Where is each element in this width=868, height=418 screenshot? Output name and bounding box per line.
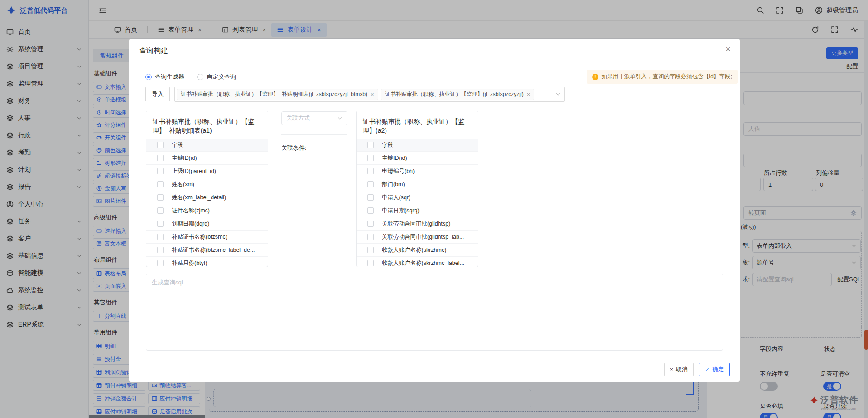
close-icon[interactable]: × xyxy=(725,44,731,53)
field-row[interactable]: 补贴月份(btyf) xyxy=(146,257,268,267)
join-condition-label: 关联条件: xyxy=(281,144,307,152)
right-field-list: 证书补贴审批（职称、执业证）【监理】(a2) 字段 主键ID(id) 申请编号(… xyxy=(356,111,478,267)
modal-title: 查询构建 xyxy=(139,46,168,56)
field-label: 补贴月份(btyf) xyxy=(172,259,207,267)
field-label: 主键ID(id) xyxy=(382,154,407,162)
field-row[interactable]: 姓名(xm_label_detail) xyxy=(146,191,268,204)
field-row[interactable]: 补贴证书名称(btzsmc) xyxy=(146,231,268,244)
field-row[interactable]: 收款人账户名称(skrzhmc_label... xyxy=(357,257,478,267)
cancel-button[interactable]: × 取消 xyxy=(664,363,694,376)
remove-tag-icon[interactable]: × xyxy=(527,91,530,97)
checkbox[interactable] xyxy=(157,181,164,187)
warning-icon: ! xyxy=(592,74,598,80)
field-row[interactable]: 字段 xyxy=(146,139,268,152)
left-table-title: 证书补贴审批（职称、执业证）【监理】_补贴明细表(a1) xyxy=(146,111,268,139)
field-label: 姓名(xm) xyxy=(172,181,194,188)
cancel-label: 取消 xyxy=(676,365,688,374)
import-button[interactable]: 导入 xyxy=(145,87,170,101)
tag-label: 证书补贴审批（职称、执业证）【监理】_补贴明细表(jl_zsbtspzczyzj… xyxy=(181,91,367,98)
modal-footer: × 取消 ✓ 确定 xyxy=(664,363,730,376)
join-type-placeholder: 关联方式 xyxy=(286,114,310,122)
field-label: 到期日期(dqrq) xyxy=(172,220,209,228)
radio-icon xyxy=(145,74,152,80)
checkbox[interactable] xyxy=(157,260,164,266)
field-label: 申请编号(bh) xyxy=(382,168,415,175)
field-label: 部门(bm) xyxy=(382,181,405,188)
right-field-rows: 字段 主键ID(id) 申请编号(bh) 部门(bm) 申请人(sqr) 申请日… xyxy=(357,139,478,267)
checkbox[interactable] xyxy=(157,168,164,174)
field-label: 上级ID(parent_id) xyxy=(172,168,216,175)
field-label: 字段 xyxy=(172,141,183,149)
checkbox[interactable] xyxy=(157,221,164,227)
field-label: 补贴证书名称(btzsmc_label_de... xyxy=(172,246,255,254)
confirm-button[interactable]: ✓ 确定 xyxy=(699,363,730,376)
checkbox[interactable] xyxy=(367,207,374,214)
check-icon: ✓ xyxy=(705,367,709,372)
import-row: 导入 证书补贴审批（职称、执业证）【监理】_补贴明细表(jl_zsbtspzcz… xyxy=(145,87,565,102)
field-label: 收款人账户名称(skrzhmc_label... xyxy=(382,259,464,267)
field-row[interactable]: 申请日期(sqrq) xyxy=(357,204,478,217)
checkbox[interactable] xyxy=(367,168,374,174)
warning-text: 如果用于源单引入，查询的字段必须包含【id】字段; xyxy=(602,73,732,81)
checkbox[interactable] xyxy=(367,234,374,240)
radio-label: 查询生成器 xyxy=(155,73,184,81)
source-table-tag: 证书补贴审批（职称、执业证）【监理】(jl_zsbtspzczyzjl) × xyxy=(381,89,535,100)
right-table-title: 证书补贴审批（职称、执业证）【监理】(a2) xyxy=(357,111,478,139)
radio-option[interactable]: 查询生成器 xyxy=(145,73,184,81)
remove-tag-icon[interactable]: × xyxy=(371,91,374,97)
field-row[interactable]: 补贴证书名称(btzsmc_label_de... xyxy=(146,244,268,257)
chevron-down-icon xyxy=(337,115,342,121)
field-label: 主键ID(id) xyxy=(172,154,197,162)
confirm-label: 确定 xyxy=(712,365,724,374)
field-label: 证件名称(zjmc) xyxy=(172,207,210,215)
field-row[interactable]: 主键ID(id) xyxy=(146,152,268,165)
checkbox[interactable] xyxy=(157,142,164,148)
tag-label: 证书补贴审批（职称、执业证）【监理】(jl_zsbtspzczyzjl) xyxy=(385,91,524,98)
checkbox[interactable] xyxy=(367,181,374,187)
field-label: 收款人账户名称(skrzhmc) xyxy=(382,246,446,254)
checkbox[interactable] xyxy=(367,221,374,227)
checkbox[interactable] xyxy=(367,194,374,201)
field-row[interactable]: 申请编号(bh) xyxy=(357,165,478,178)
field-row[interactable]: 主键ID(id) xyxy=(357,152,478,165)
warning-banner: ! 如果用于源单引入，查询的字段必须包含【id】字段; xyxy=(587,70,738,84)
checkbox[interactable] xyxy=(157,207,164,214)
field-label: 补贴证书名称(btzsmc) xyxy=(172,233,227,241)
field-label: 申请日期(sqrq) xyxy=(382,207,420,215)
query-builder-modal: 查询构建 × 查询生成器 自定义查询 ! 如果用于源单引入，查询的字段必须包含【… xyxy=(129,39,740,382)
radio-icon xyxy=(197,74,203,80)
field-row[interactable]: 部门(bm) xyxy=(357,178,478,191)
left-field-list: 证书补贴审批（职称、执业证）【监理】_补贴明细表(a1) 字段 主键ID(id)… xyxy=(146,111,268,267)
checkbox[interactable] xyxy=(367,260,374,266)
field-label: 申请人(sqr) xyxy=(382,194,410,202)
source-tables-select[interactable]: 证书补贴审批（职称、执业证）【监理】_补贴明细表(jl_zsbtspzczyzj… xyxy=(174,87,565,102)
divider xyxy=(281,134,347,135)
checkbox[interactable] xyxy=(367,155,374,161)
checkbox[interactable] xyxy=(367,247,374,253)
query-mode-radios: 查询生成器 自定义查询 xyxy=(145,73,236,81)
field-row[interactable]: 姓名(xm) xyxy=(146,178,268,191)
field-row[interactable]: 字段 xyxy=(357,139,478,152)
field-label: 关联劳动合同审批(glldhtsp_lab... xyxy=(382,233,464,241)
sql-placeholder: 生成查询sql xyxy=(152,279,183,286)
checkbox[interactable] xyxy=(157,155,164,161)
radio-label: 自定义查询 xyxy=(207,73,236,81)
field-row[interactable]: 关联劳动合同审批(glldhtsp) xyxy=(357,217,478,231)
checkbox[interactable] xyxy=(157,194,164,201)
field-label: 姓名(xm_label_detail) xyxy=(172,194,226,202)
field-row[interactable]: 收款人账户名称(skrzhmc) xyxy=(357,244,478,257)
field-row[interactable]: 上级ID(parent_id) xyxy=(146,165,268,178)
checkbox[interactable] xyxy=(157,247,164,253)
left-field-rows: 字段 主键ID(id) 上级ID(parent_id) 姓名(xm) 姓名(xm… xyxy=(146,139,268,267)
source-table-tag: 证书补贴审批（职称、执业证）【监理】_补贴明细表(jl_zsbtspzczyzj… xyxy=(177,89,378,100)
checkbox[interactable] xyxy=(367,142,374,148)
generated-sql-textarea[interactable]: 生成查询sql xyxy=(146,274,723,351)
radio-option[interactable]: 自定义查询 xyxy=(197,73,236,81)
join-type-select[interactable]: 关联方式 xyxy=(281,111,347,125)
field-row[interactable]: 到期日期(dqrq) xyxy=(146,217,268,231)
field-row[interactable]: 证件名称(zjmc) xyxy=(146,204,268,217)
checkbox[interactable] xyxy=(157,234,164,240)
close-icon: × xyxy=(670,367,673,372)
field-row[interactable]: 申请人(sqr) xyxy=(357,191,478,204)
field-row[interactable]: 关联劳动合同审批(glldhtsp_lab... xyxy=(357,231,478,244)
